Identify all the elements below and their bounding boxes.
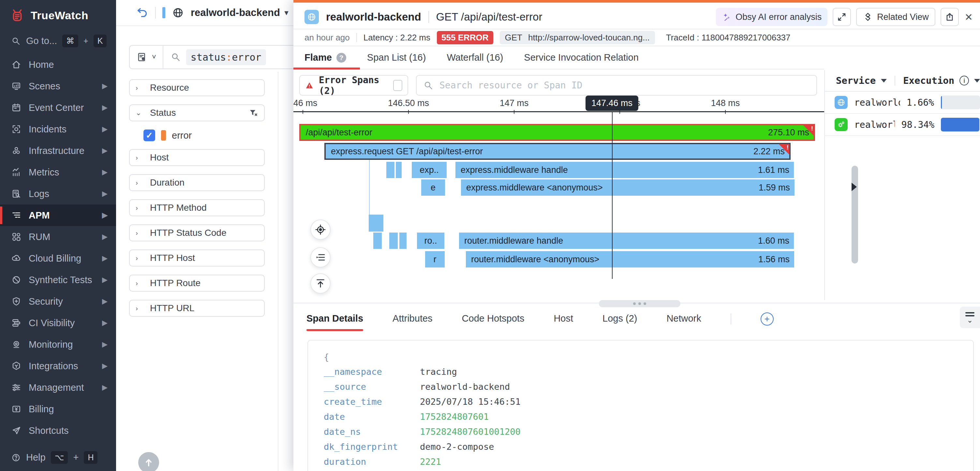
filter-host[interactable]: ›Host [129,149,265,166]
span-bar--api-api-test-error[interactable]: /api/api/test-error275.10 ms! [299,124,815,141]
sidebar-item-integrations[interactable]: Integrations▶ [0,355,116,377]
span-bar-fragment[interactable] [386,162,395,178]
query-token[interactable]: status:error [186,49,266,65]
filter-resource[interactable]: ›Resource [129,79,265,96]
page-header: realworld-backend ▾ [116,0,293,26]
outline-button[interactable] [310,247,331,267]
error-spans-filter[interactable]: Error Spans (2) [299,75,408,96]
service-column-label[interactable]: Service [836,75,876,86]
detail-tab-code-hotspots[interactable]: Code Hotspots [462,313,525,325]
related-view-button[interactable]: Related View [856,8,935,26]
span-bar-router-middleware-handle[interactable]: router.middleware handle1.60 ms [459,233,794,249]
tab-service-invocation-relation[interactable]: Service Invocation Relation [524,52,638,63]
ai-error-analysis-button[interactable]: Obsy AI error analysis [716,8,827,26]
error-spans-checkbox[interactable] [393,80,402,91]
tab-waterfall-16-[interactable]: Waterfall (16) [447,52,503,63]
filter-http-method[interactable]: ›HTTP Method [129,199,265,216]
kbd-opt: ⌥ [51,451,68,464]
info-icon[interactable]: i [959,76,969,85]
span-bar-fragment[interactable] [369,215,383,232]
sidebar-item-event-center[interactable]: Event Center▶ [0,97,116,118]
execution-column-label[interactable]: Execution [903,75,954,86]
span-bar-router-middleware-anonymous-[interactable]: router.middleware <anonymous>1.56 ms [466,251,794,267]
back-icon[interactable] [135,6,149,19]
json-key[interactable]: dk_fingerprint [324,442,420,452]
span-bar-e[interactable]: e [421,179,445,196]
add-tab-button[interactable]: + [760,313,774,326]
detail-tab-attributes[interactable]: Attributes [393,313,433,325]
sort-caret-icon[interactable] [881,79,887,83]
json-key[interactable]: duration [324,457,420,467]
span-bar-fragment[interactable] [389,233,398,249]
filter-http-status-code[interactable]: ›HTTP Status Code [129,224,265,241]
span-bar-exp-[interactable]: exp.. [412,162,447,178]
sidebar-item-scenes[interactable]: Scenes▶ [0,75,116,97]
tab-flame[interactable]: Flame? [304,52,346,63]
checkbox-checked-icon[interactable]: ✓ [143,129,155,141]
scroll-to-top-button[interactable] [138,452,159,471]
span-bar-fragment[interactable] [396,162,402,178]
fullscreen-button[interactable] [833,8,851,26]
sidebar-item-incidents[interactable]: Incidents▶ [0,118,116,140]
span-bar-ro-[interactable]: ro.. [417,233,444,249]
detail-tab-logs-2-[interactable]: Logs (2) [603,313,637,325]
sidebar-item-apm[interactable]: APM▶ [0,204,116,226]
sidebar-item-rum[interactable]: RUM▶ [0,226,116,247]
filter-http-route[interactable]: ›HTTP Route [129,275,265,292]
sidebar-item-shortcuts[interactable]: Shortcuts [0,420,116,441]
filter-duration[interactable]: ›Duration [129,174,265,191]
service-row[interactable]: realworld-b…1.66% [825,92,980,114]
sort-caret-icon[interactable] [974,79,980,83]
share-button[interactable] [940,8,959,26]
sidebar-item-security[interactable]: Security▶ [0,291,116,312]
tab-span-list-16-[interactable]: Span List (16) [367,52,426,63]
filter-search-bar[interactable]: ˅ status:error [129,45,312,69]
sidebar-item-synthetic-tests[interactable]: Synthetic Tests▶ [0,269,116,291]
truewatch-logo-icon [10,8,25,23]
sidebar-item-logs[interactable]: Logs▶ [0,183,116,204]
json-key[interactable]: date [324,412,420,422]
sidebar-item-billing[interactable]: Billing [0,398,116,420]
span-search-input[interactable]: Search resource or Span ID [416,75,817,96]
span-bar-express-middleware-handle[interactable]: express.middleware handle1.61 ms [455,162,794,178]
filter-option-error[interactable]: ✓error [129,129,265,149]
span-bar-fragment[interactable] [399,233,407,249]
json-key[interactable]: create_time [324,397,420,407]
filter-status[interactable]: ⌄Status [129,104,265,121]
locate-button[interactable] [310,220,331,240]
sidebar-item-cloud-billing[interactable]: Cloud Billing▶ [0,247,116,269]
saved-views-dropdown[interactable]: ˅ [130,46,163,69]
sidebar-item-monitoring[interactable]: Monitoring▶ [0,334,116,355]
span-bar-express-request-get-api-api-test-error[interactable]: express.request GET /api/api/test-error2… [325,143,791,160]
trace-id: TraceId : 1180047889217006337 [666,33,791,43]
detail-tab-host[interactable]: Host [554,313,573,325]
sidebar-item-infrastructure[interactable]: Infrastructure▶ [0,140,116,161]
flame-scrollbar[interactable] [851,166,858,263]
expand-panel-arrow[interactable] [851,183,857,191]
json-key[interactable]: date_ns [324,426,420,437]
span-bar-r[interactable]: r [425,251,445,267]
sidebar-item-ci-visibility[interactable]: CI Visibility▶ [0,312,116,334]
detail-tab-span-details[interactable]: Span Details [307,313,363,325]
sidebar-item-management[interactable]: Management▶ [0,377,116,398]
collapse-panel-button[interactable]: ⌄ [960,307,980,328]
help-icon[interactable]: ? [336,53,346,62]
tab-label: Flame [304,52,332,63]
span-bar-express-middleware-anonymous-[interactable]: express.middleware <anonymous>1.59 ms [461,179,794,196]
sidebar-item-help[interactable]: Help ⌥+H [0,446,116,471]
detail-tab-network[interactable]: Network [667,313,701,325]
resize-handle[interactable] [599,300,680,307]
sidebar-item-home[interactable]: Home [0,54,116,75]
clear-filter-icon[interactable] [248,108,258,118]
filter-http-host[interactable]: ›HTTP Host [129,249,265,267]
service-row[interactable]: realworld-r…98.34% [825,114,980,136]
filter-http-url[interactable]: ›HTTP URL [129,300,265,317]
span-bar-fragment[interactable] [373,233,382,249]
json-key[interactable]: __namespace [324,367,420,377]
close-icon[interactable]: ✕ [964,11,974,23]
service-scope-dropdown[interactable]: realworld-backend ▾ [191,7,288,19]
goto-button[interactable]: Go to... ⌘+K [0,30,116,54]
sidebar-item-metrics[interactable]: Metrics▶ [0,161,116,183]
to-top-button[interactable] [310,273,331,294]
json-key[interactable]: __source [324,382,420,392]
